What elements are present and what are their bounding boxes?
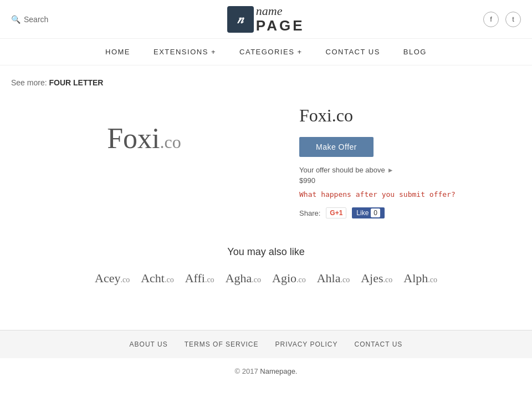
search-area[interactable]: 🔍 Search bbox=[11, 15, 48, 24]
domain-grid: Acey.coAcht.coAffi.coAgha.coAgio.coAhla.… bbox=[11, 271, 521, 286]
facebook-like-button[interactable]: Like 0 bbox=[352, 207, 385, 218]
product-section: Foxi.co Foxi.co Make Offer Your offer sh… bbox=[11, 100, 521, 218]
site-header: 🔍 Search 𝑛 name PAGE f t bbox=[0, 0, 532, 39]
twitter-icon[interactable]: t bbox=[505, 12, 521, 27]
footer-link-terms[interactable]: TERMS OF SERVICE bbox=[185, 340, 259, 348]
offer-amount: $990 bbox=[299, 176, 521, 185]
footer-link-contact[interactable]: CONTACT US bbox=[354, 340, 402, 348]
domain-item[interactable]: Agio.co bbox=[272, 271, 306, 286]
logo-name-part: name bbox=[256, 4, 305, 18]
domain-item[interactable]: Acey.co bbox=[95, 271, 130, 286]
logo-page-part: PAGE bbox=[256, 18, 305, 34]
site-logo[interactable]: 𝑛 name PAGE bbox=[227, 4, 305, 34]
footer-link-privacy[interactable]: PRIVACY POLICY bbox=[275, 340, 338, 348]
nav-item-extensions[interactable]: EXTENSIONS + bbox=[150, 45, 219, 58]
domain-item[interactable]: Ahla.co bbox=[317, 271, 350, 286]
also-like-title: You may also like bbox=[11, 246, 521, 258]
logo-icon-char: 𝑛 bbox=[237, 12, 243, 27]
product-title: Foxi.co bbox=[299, 105, 521, 126]
what-happens-link[interactable]: What happens after you submit offer? bbox=[299, 190, 521, 199]
main-content: See more: FOUR LETTER Foxi.co Foxi.co Ma… bbox=[0, 65, 532, 330]
domain-item[interactable]: Agha.co bbox=[226, 271, 261, 286]
see-more: See more: FOUR LETTER bbox=[11, 77, 521, 89]
domain-item[interactable]: Alph.co bbox=[403, 271, 437, 286]
header-social: f t bbox=[483, 12, 521, 27]
nav-item-home[interactable]: HOME bbox=[102, 45, 134, 58]
product-details: Foxi.co Make Offer Your offer should be … bbox=[299, 100, 521, 218]
domain-item[interactable]: Acht.co bbox=[141, 271, 173, 286]
fb-count: 0 bbox=[371, 208, 380, 217]
also-like-section: You may also like Acey.coAcht.coAffi.coA… bbox=[11, 246, 521, 286]
search-label[interactable]: Search bbox=[24, 15, 48, 24]
fb-like-label: Like bbox=[356, 209, 369, 217]
share-label: Share: bbox=[299, 209, 320, 217]
gplus-button[interactable]: G+1 bbox=[326, 207, 346, 218]
footer-link-about[interactable]: ABOUT US bbox=[130, 340, 168, 348]
domain-item[interactable]: Affi.co bbox=[185, 271, 214, 286]
domain-item[interactable]: Ajes.co bbox=[361, 271, 392, 286]
offer-arrow-icon: ► bbox=[387, 166, 394, 174]
offer-hint: Your offer should be above ► bbox=[299, 166, 521, 174]
nav-item-contact[interactable]: CONTACT US bbox=[323, 45, 383, 58]
nav-item-categories[interactable]: CATEGORIES + bbox=[236, 45, 305, 58]
nav-item-blog[interactable]: BLOG bbox=[400, 45, 430, 58]
product-logo-display: Foxi.co bbox=[107, 122, 181, 155]
make-offer-button[interactable]: Make Offer bbox=[299, 137, 374, 157]
footer-links: ABOUT US TERMS OF SERVICE PRIVACY POLICY… bbox=[0, 330, 532, 358]
main-nav: HOME EXTENSIONS + CATEGORIES + CONTACT U… bbox=[0, 39, 532, 65]
logo-icon-box: 𝑛 bbox=[227, 6, 254, 33]
footer-copyright: © 2017 Namepage. bbox=[0, 358, 532, 384]
see-more-prefix: See more: bbox=[11, 78, 47, 87]
product-logo-area: Foxi.co bbox=[11, 100, 277, 177]
logo-text: name PAGE bbox=[256, 4, 305, 34]
gplus-icon: G+1 bbox=[330, 209, 342, 217]
see-more-link[interactable]: FOUR LETTER bbox=[49, 78, 103, 87]
product-logo-suffix: .co bbox=[160, 132, 181, 152]
search-icon: 🔍 bbox=[11, 15, 21, 24]
share-row: Share: G+1 Like 0 bbox=[299, 207, 521, 218]
facebook-icon[interactable]: f bbox=[483, 12, 499, 27]
product-logo-main: Foxi bbox=[107, 123, 160, 154]
copyright-link[interactable]: Namepage. bbox=[260, 367, 297, 375]
copyright-year: © 2017 bbox=[235, 367, 258, 375]
